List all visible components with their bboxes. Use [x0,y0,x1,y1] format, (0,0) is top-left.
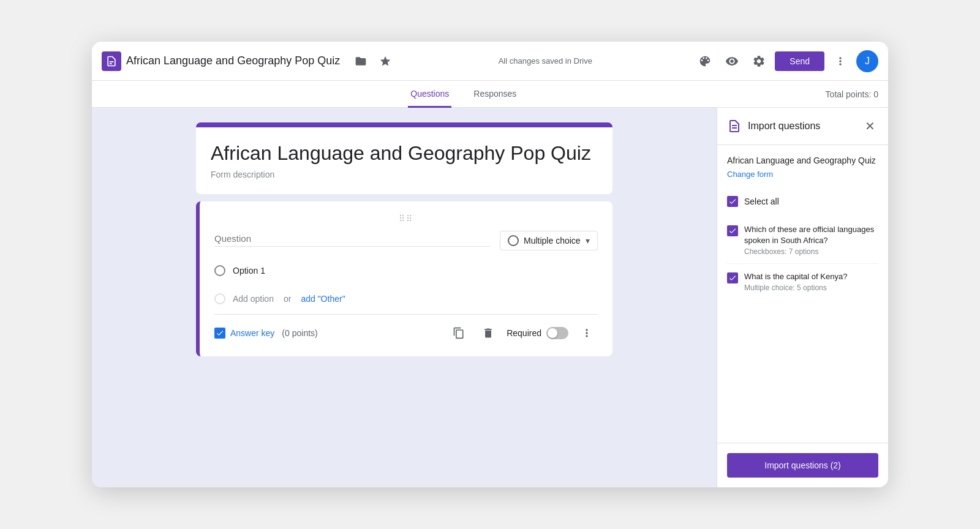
question-input[interactable] [214,231,490,247]
question-footer: Answer key (0 points) Required [214,314,598,344]
question-type-label: Multiple choice [524,236,581,246]
add-option-label[interactable]: Add option [233,294,274,304]
add-option-or: or [284,294,291,304]
palette-button[interactable] [694,50,716,72]
user-avatar[interactable]: J [856,50,878,72]
toggle-knob [548,328,557,338]
more-options-button[interactable] [576,322,598,344]
chevron-down-icon: ▾ [586,236,590,246]
import-question-item-1[interactable]: Which of these are official languages sp… [727,217,878,264]
import-question-item-2[interactable]: What is the capital of Kenya? Multiple c… [727,264,878,299]
import-panel: Import questions ✕ African Language and … [717,108,888,487]
import-header: Import questions ✕ [717,108,888,145]
add-option-radio [214,293,225,304]
tabs-bar: Questions Responses Total points: 0 [92,81,888,108]
form-description[interactable]: Form description [211,170,598,179]
question-header: Multiple choice ▾ [214,231,598,250]
question-type-selector[interactable]: Multiple choice ▾ [500,231,598,250]
folder-button[interactable] [350,50,372,72]
save-status: All changes saved in Drive [401,56,689,66]
form-title-card: African Language and Geography Pop Quiz … [196,122,612,194]
select-all-row[interactable]: Select all [727,191,878,212]
drag-handle[interactable]: ⠿⠿ [214,214,598,223]
tabs-container: Questions Responses [102,81,826,107]
browser-window: African Language and Geography Pop Quiz … [92,42,888,487]
change-form-link[interactable]: Change form [727,170,878,179]
tab-responses[interactable]: Responses [471,81,519,108]
select-all-label: Select all [744,197,779,206]
main-content: African Language and Geography Pop Quiz … [92,108,888,487]
import-checkbox-1[interactable] [727,225,738,236]
import-question-list: Which of these are official languages sp… [727,217,878,300]
option-text-1: Option 1 [233,266,265,276]
form-main-title: African Language and Geography Pop Quiz [211,142,598,165]
import-questions-button[interactable]: Import questions (2) [727,453,878,478]
import-checkbox-2[interactable] [727,272,738,283]
option-radio-1 [214,265,225,276]
import-body: African Language and Geography Quiz Chan… [717,145,888,443]
import-panel-title: Import questions [748,121,855,132]
required-toggle-switch[interactable] [546,327,568,339]
import-footer: Import questions (2) [717,443,888,487]
tab-questions[interactable]: Questions [408,81,451,108]
send-button[interactable]: Send [775,51,824,71]
import-question-text-1: Which of these are official languages sp… [744,224,878,256]
option-item-1: Option 1 [214,260,598,281]
import-question-text-2: What is the capital of Kenya? Multiple c… [744,271,847,292]
form-title: African Language and Geography Pop Quiz [126,54,340,67]
import-icon [727,119,742,133]
points-label: (0 points) [282,328,317,338]
add-option-row: Add option or add "Other" [214,288,598,309]
select-all-checkbox[interactable] [727,196,738,207]
more-menu-button[interactable] [829,50,851,72]
answer-key-checkbox [214,328,225,339]
question-card: ⠿⠿ Multiple choice ▾ Option 1 [196,201,612,356]
preview-button[interactable] [721,50,743,72]
copy-button[interactable] [448,322,470,344]
form-area: African Language and Geography Pop Quiz … [92,108,717,487]
answer-key-button[interactable]: Answer key [214,328,274,339]
delete-button[interactable] [477,322,499,344]
required-toggle: Required [507,327,568,339]
form-icon [102,51,121,71]
header-right: Send J [694,50,878,72]
source-form-name: African Language and Geography Quiz [727,155,878,167]
import-close-button[interactable]: ✕ [861,118,878,135]
total-points: Total points: 0 [826,82,878,107]
radio-type-icon [508,235,519,246]
star-button[interactable] [374,50,396,72]
app-header: African Language and Geography Pop Quiz … [92,42,888,81]
settings-button[interactable] [748,50,770,72]
header-icons [350,50,396,72]
add-other-link[interactable]: add "Other" [301,294,345,304]
required-label: Required [507,328,541,338]
options-list: Option 1 [214,260,598,281]
answer-key-label: Answer key [230,328,274,338]
